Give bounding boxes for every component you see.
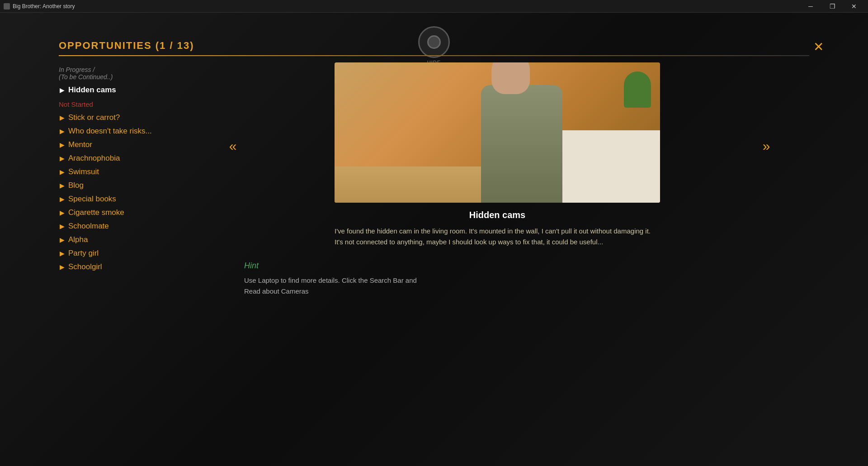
app-icon [4,3,10,10]
active-arrow-icon: ▶ [60,86,65,94]
item-label: Alpha [68,235,88,244]
opportunity-title: Hidden cams [244,210,750,220]
app-title: Big Brother: Another story [13,3,75,10]
item-label: Swimsuit [68,167,99,176]
item-label: Party girl [68,249,99,258]
list-item[interactable]: ▶ Alpha [59,233,231,247]
list-item[interactable]: ▶ Mentor [59,138,231,152]
list-item[interactable]: ▶ Schoolmate [59,219,231,233]
item-label: Schoolmate [68,222,109,231]
titlebar-close-button[interactable]: ✕ [844,0,864,13]
arrow-icon: ▶ [60,168,65,176]
main-content: HIDE OPPORTUNITIES (1 / 13) ✕ In Progres… [0,13,868,466]
arrow-icon: ▶ [60,195,65,203]
arrow-icon: ▶ [60,209,65,216]
scene-plant [624,71,651,108]
arrow-icon: ▶ [60,223,65,230]
minimize-button[interactable]: ─ [800,0,821,13]
list-item[interactable]: ▶ Special books [59,192,231,206]
list-item[interactable]: ▶ Party girl [59,247,231,260]
arrow-icon: ▶ [60,128,65,135]
arrow-icon: ▶ [60,114,65,121]
item-label: Schoolgirl [68,262,102,271]
list-item[interactable]: ▶ Arachnophobia [59,152,231,165]
header: OPPORTUNITIES (1 / 13) [59,40,809,56]
arrow-icon: ▶ [60,182,65,189]
item-label: Stick or carrot? [68,113,120,122]
hint-text-line1: Use Laptop to find more details. Click t… [244,275,570,286]
prev-button[interactable]: « [222,135,244,157]
list-item[interactable]: ▶ Cigarette smoke [59,206,231,219]
arrow-icon: ▶ [60,236,65,243]
description-text: I've found the hidden cam in the living … [335,226,660,247]
character-body [481,85,562,203]
in-progress-label: In Progress / (To be Continued..) [59,66,231,81]
scene-image [335,62,660,203]
arrow-icon: ▶ [60,263,65,271]
active-opportunity-item[interactable]: ▶ Hidden cams [59,83,231,97]
arrow-icon: ▶ [60,141,65,148]
list-item[interactable]: ▶ Stick or carrot? [59,111,231,124]
item-label: Special books [68,195,116,204]
character-head [491,62,530,94]
arrow-icon: ▶ [60,155,65,162]
not-started-label: Not Started [59,100,231,108]
title-bar-left: Big Brother: Another story [4,3,75,10]
list-item[interactable]: ▶ Who doesn't take risks... [59,124,231,138]
hint-text-line2: Read about Cameras [244,286,570,297]
center-panel: Hidden cams I've found the hidden cam in… [244,62,750,457]
close-button[interactable]: ✕ [809,38,827,56]
title-bar: Big Brother: Another story ─ ❐ ✕ [0,0,868,13]
item-label: Blog [68,181,84,190]
hint-title: Hint [244,261,570,271]
hint-section: Hint Use Laptop to find more details. Cl… [244,261,570,297]
left-panel: In Progress / (To be Continued..) ▶ Hidd… [59,62,231,457]
arrow-icon: ▶ [60,250,65,257]
active-opportunity-label: Hidden cams [68,86,116,95]
next-button[interactable]: » [755,135,778,157]
item-label: Who doesn't take risks... [68,127,152,136]
page-title: OPPORTUNITIES (1 / 13) [59,40,194,51]
title-bar-controls: ─ ❐ ✕ [800,0,864,13]
item-label: Arachnophobia [68,154,120,163]
item-label: Cigarette smoke [68,208,124,217]
maximize-button[interactable]: ❐ [822,0,843,13]
list-item[interactable]: ▶ Schoolgirl [59,260,231,274]
list-item[interactable]: ▶ Blog [59,179,231,192]
header-divider [59,55,809,56]
list-item[interactable]: ▶ Swimsuit [59,165,231,179]
item-label: Mentor [68,140,92,149]
